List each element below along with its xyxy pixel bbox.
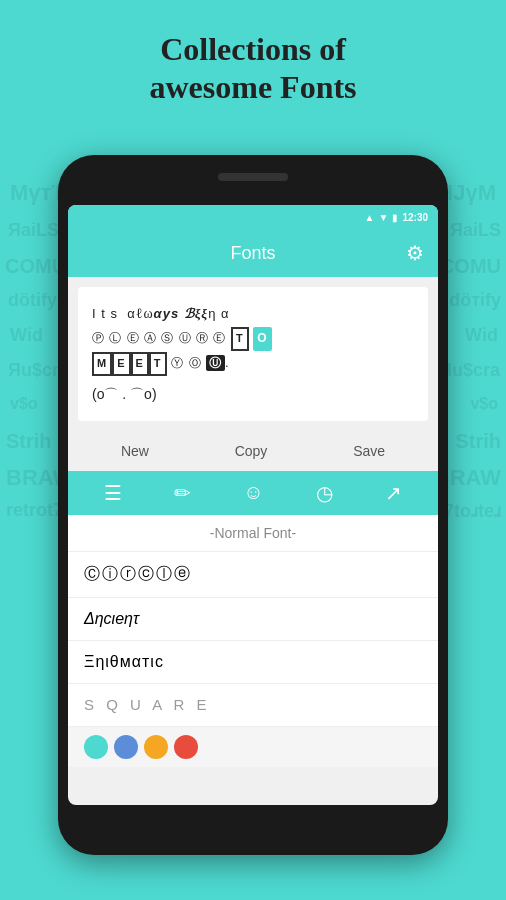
save-button[interactable]: Save	[333, 437, 405, 465]
app-title: Fonts	[230, 243, 275, 264]
settings-icon[interactable]: ⚙	[406, 241, 424, 265]
display-line1: I t s αℓωαys ℬξξη α	[92, 301, 414, 326]
font-item-circle[interactable]: Ⓒⓘⓡⓒⓛⓔ	[68, 552, 438, 598]
color-dot-red[interactable]	[174, 735, 198, 759]
font-item-square[interactable]: S Q U A R E	[68, 684, 438, 727]
edit-icon[interactable]: ✏	[174, 481, 191, 505]
color-dot-teal[interactable]	[84, 735, 108, 759]
heading-container: Collections of awesome Fonts	[0, 30, 506, 107]
font-circle-label: Ⓒⓘⓡⓒⓛⓔ	[84, 565, 192, 582]
phone-frame: ▲ ▼ ▮ 12:30 Fonts ⚙ I t s αℓωαys ℬξξη α …	[58, 155, 448, 855]
app-header: Fonts ⚙	[68, 229, 438, 277]
font-item-enigmatic[interactable]: Ξηιθмαтιc	[68, 641, 438, 684]
status-time: 12:30	[402, 212, 428, 223]
color-dot-blue[interactable]	[114, 735, 138, 759]
battery-icon: ▮	[392, 212, 398, 223]
display-line4: (o⌒ . ⌒o)	[92, 382, 414, 407]
font-item-normal[interactable]: -Normal Font-	[68, 515, 438, 552]
font-enigmatic-label: Ξηιθмαтιc	[84, 653, 164, 670]
emoji-icon[interactable]: ☺	[243, 481, 263, 504]
new-button[interactable]: New	[101, 437, 169, 465]
action-buttons: New Copy Save	[68, 431, 438, 471]
heading-line1: Collections of	[0, 30, 506, 68]
font-normal-label: -Normal Font-	[210, 525, 296, 541]
text-display-area: I t s αℓωαys ℬξξη α Ⓟ Ⓛ Ⓔ Ⓐ Ⓢ Ⓤ Ⓡ Ⓔ T O …	[78, 287, 428, 421]
color-dot-orange[interactable]	[144, 735, 168, 759]
menu-icon[interactable]: ☰	[104, 481, 122, 505]
bottom-toolbar: ☰ ✏ ☺ ◷ ↗	[68, 471, 438, 515]
signal-icon: ▲	[365, 212, 375, 223]
phone-speaker	[218, 173, 288, 181]
heading-line2: awesome Fonts	[0, 68, 506, 106]
font-list: -Normal Font- Ⓒⓘⓡⓒⓛⓔ Δηcιeητ Ξηιθмαтιc S…	[68, 515, 438, 767]
share-icon[interactable]: ↗	[385, 481, 402, 505]
font-square-label: S Q U A R E	[84, 696, 211, 713]
wifi-icon: ▼	[379, 212, 389, 223]
color-dots-row	[68, 727, 438, 767]
clock-icon[interactable]: ◷	[316, 481, 333, 505]
display-line3: MEET Ⓨ Ⓞ Ⓤ.	[92, 351, 414, 376]
font-item-ancient[interactable]: Δηcιeητ	[68, 598, 438, 641]
copy-button[interactable]: Copy	[215, 437, 288, 465]
font-ancient-label: Δηcιeητ	[84, 610, 139, 627]
display-line2: Ⓟ Ⓛ Ⓔ Ⓐ Ⓢ Ⓤ Ⓡ Ⓔ T O	[92, 326, 414, 351]
phone-screen: ▲ ▼ ▮ 12:30 Fonts ⚙ I t s αℓωαys ℬξξη α …	[68, 205, 438, 805]
status-bar: ▲ ▼ ▮ 12:30	[68, 205, 438, 229]
